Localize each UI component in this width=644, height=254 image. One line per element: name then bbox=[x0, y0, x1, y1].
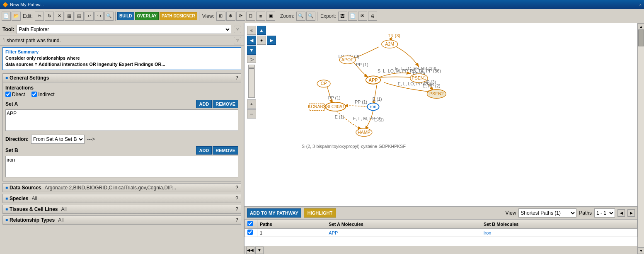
graph-center[interactable]: ● bbox=[257, 36, 266, 45]
graph-nav-up[interactable]: ▲ bbox=[257, 26, 266, 35]
zoom-in-small[interactable]: 🔍 bbox=[104, 12, 114, 21]
view-list[interactable]: ≡ bbox=[256, 12, 265, 21]
settings-scroll-panel[interactable]: ■ General Settings ? Interactions Direct… bbox=[0, 72, 244, 254]
direction-select[interactable]: From Set A to Set B bbox=[31, 135, 85, 144]
set-a-remove-btn[interactable]: REMOVE bbox=[213, 100, 238, 108]
svg-text:APOE: APOE bbox=[341, 57, 353, 62]
cut-button[interactable]: ✂ bbox=[35, 12, 44, 21]
export-img[interactable]: 🖼 bbox=[338, 12, 347, 21]
build-badge[interactable]: BUILD bbox=[117, 12, 134, 20]
graph-btn-row-3: ▼ bbox=[247, 46, 276, 55]
set-b-remove-btn[interactable]: REMOVE bbox=[213, 146, 238, 155]
select-all-checkbox[interactable] bbox=[247, 221, 253, 226]
redo-button[interactable]: ↪ bbox=[94, 12, 104, 21]
graph-area: « ▲ ◀ ● ▶ ▼ ▷ bbox=[245, 23, 637, 254]
graph-expand-btn[interactable]: ▷ bbox=[247, 56, 256, 63]
graph-canvas[interactable]: « ▲ ◀ ● ▶ ▼ ▷ bbox=[245, 23, 637, 206]
data-sources-header[interactable]: ■ Data Sources Argonaute 2,BIND,BIOGRID,… bbox=[3, 184, 241, 192]
scroll-up-btn[interactable]: ▲ bbox=[638, 23, 644, 30]
paths-label: Paths bbox=[579, 210, 592, 216]
set-b-textarea[interactable]: iron bbox=[5, 156, 238, 177]
close-icon[interactable]: × bbox=[639, 2, 642, 7]
graph-scroll-bottom: ◀◀ ▼ bbox=[245, 246, 637, 254]
data-sources-help[interactable]: ? bbox=[235, 185, 238, 191]
view-layout[interactable]: ⟳ bbox=[236, 12, 245, 21]
view-fit[interactable]: ⊞ bbox=[216, 12, 225, 21]
view-label: View bbox=[506, 210, 516, 216]
set-a-add-btn[interactable]: ADD bbox=[196, 100, 212, 108]
general-settings-header[interactable]: ■ General Settings ? bbox=[3, 74, 241, 82]
graph-nav-left[interactable]: ◀ bbox=[247, 36, 256, 45]
col-set-b: Set B Molecules bbox=[481, 220, 637, 229]
row-set-b-value: iron bbox=[481, 229, 637, 237]
row-1-checkbox[interactable] bbox=[247, 230, 253, 235]
indirect-checkbox[interactable] bbox=[31, 92, 37, 97]
general-settings-content: Interactions Direct Indirect Set bbox=[3, 82, 241, 181]
highlight-btn[interactable]: HIGHLIGHT bbox=[304, 208, 337, 218]
tissues-header[interactable]: ■ Tissues & Cell Lines All ? bbox=[3, 205, 241, 213]
new-button[interactable]: 📄 bbox=[2, 12, 11, 21]
table2-button[interactable]: ▤ bbox=[75, 12, 84, 21]
indirect-checkbox-label[interactable]: Indirect bbox=[31, 92, 54, 97]
graph-nav-down[interactable]: ▼ bbox=[247, 46, 256, 55]
row-checkbox-cell bbox=[245, 229, 257, 237]
set-a-textarea[interactable]: APP bbox=[5, 109, 238, 131]
zoom-in-btn[interactable]: 🔍 bbox=[306, 12, 315, 21]
direction-label: Direction: bbox=[5, 136, 29, 142]
paths-next-btn[interactable]: ▶ bbox=[627, 209, 635, 217]
svg-text:TR (3): TR (3) bbox=[388, 33, 400, 38]
refresh-button[interactable]: ↻ bbox=[45, 12, 54, 21]
add-to-pathway-btn[interactable]: ADD TO MY PATHWAY bbox=[247, 208, 301, 218]
scroll-down[interactable]: ▼ bbox=[255, 247, 264, 254]
export-email[interactable]: ✉ bbox=[358, 12, 367, 21]
filter-summary: Filter Summary Consider only relationshi… bbox=[2, 47, 241, 70]
direct-checkbox-label[interactable]: Direct bbox=[5, 92, 25, 97]
paths-prev-btn[interactable]: ◀ bbox=[617, 209, 625, 217]
species-header[interactable]: ■ Species All ? bbox=[3, 194, 241, 203]
export-label: Export: bbox=[319, 13, 337, 19]
relationship-value: All bbox=[58, 217, 63, 223]
undo-button[interactable]: ↩ bbox=[85, 12, 94, 21]
graph-zoom-out[interactable]: − bbox=[247, 109, 256, 119]
zoom-handle[interactable] bbox=[249, 68, 254, 69]
interactions-group: Direct Indirect bbox=[5, 92, 238, 97]
relationship-types-header[interactable]: ■ Relationship Types All ? bbox=[3, 216, 241, 224]
path-designer-badge[interactable]: PATH DESIGNER bbox=[160, 12, 197, 20]
status-help-btn[interactable]: ? bbox=[234, 37, 241, 44]
export-print[interactable]: 🖨 bbox=[368, 12, 377, 21]
svg-text:HAMP: HAMP bbox=[358, 130, 370, 135]
scroll-thumb[interactable] bbox=[638, 30, 644, 46]
delete-button[interactable]: ✕ bbox=[55, 12, 64, 21]
col-check bbox=[245, 220, 257, 229]
filter-text: Consider only relationships wheredata so… bbox=[5, 55, 238, 68]
relationship-help[interactable]: ? bbox=[235, 217, 238, 223]
species-help[interactable]: ? bbox=[235, 196, 238, 201]
export-pdf[interactable]: 📄 bbox=[348, 12, 357, 21]
view-select[interactable]: Shortest Paths (1) bbox=[518, 208, 576, 218]
zoom-out-btn[interactable]: 🔍 bbox=[296, 12, 305, 21]
graph-nav-left-left[interactable]: « bbox=[247, 26, 256, 35]
scroll-left-left[interactable]: ◀◀ bbox=[246, 247, 254, 254]
view-panel[interactable]: ▣ bbox=[266, 12, 275, 21]
data-sources-expand-icon: ■ bbox=[5, 185, 8, 190]
set-b-add-btn[interactable]: ADD bbox=[196, 146, 212, 155]
overlay-badge[interactable]: OVERLAY bbox=[135, 12, 159, 20]
graph-nav-right[interactable]: ▶ bbox=[267, 36, 276, 45]
svg-text:ron: ron bbox=[370, 104, 376, 109]
zoom-slider[interactable] bbox=[248, 65, 255, 98]
tissues-help[interactable]: ? bbox=[235, 206, 238, 212]
direct-checkbox[interactable] bbox=[5, 92, 11, 97]
graph-zoom-in[interactable]: + bbox=[247, 99, 256, 109]
scroll-track[interactable] bbox=[638, 30, 644, 247]
tool-select[interactable]: Path Explorer bbox=[17, 25, 231, 34]
svg-text:PSEN1: PSEN1 bbox=[412, 75, 426, 80]
row-path-num: 1 bbox=[257, 229, 326, 237]
view-grid[interactable]: ⊟ bbox=[246, 12, 255, 21]
paths-select[interactable]: 1 - 1 bbox=[594, 208, 615, 218]
tool-help-btn[interactable]: ? bbox=[234, 26, 241, 33]
scroll-down-btn[interactable]: ▼ bbox=[638, 247, 644, 254]
section-help[interactable]: ? bbox=[235, 75, 238, 81]
table-button[interactable]: ▦ bbox=[65, 12, 74, 21]
open-button[interactable]: 📂 bbox=[12, 12, 21, 21]
view-snowflake[interactable]: ❄ bbox=[226, 12, 235, 21]
